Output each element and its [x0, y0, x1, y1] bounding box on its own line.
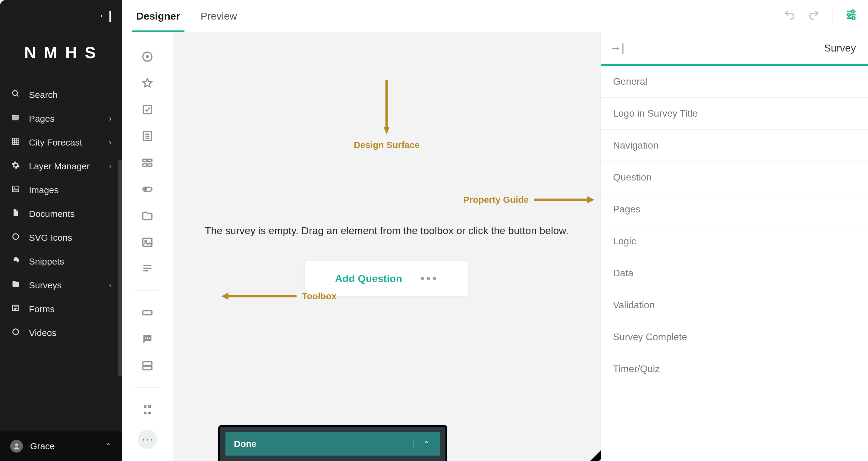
done-label: Done — [234, 439, 256, 449]
sidebar-scrollbar[interactable] — [118, 160, 122, 377]
toolbox-item-multipletext-icon[interactable] — [141, 359, 154, 372]
toolbox-item-html-icon[interactable] — [141, 262, 154, 275]
svg-rect-7 — [13, 186, 19, 192]
sidebar-item-documents[interactable]: Documents — [0, 202, 122, 226]
sidebar-item-videos[interactable]: Videos — [0, 321, 122, 345]
chevron-right-icon: › — [109, 280, 112, 290]
collapse-sidebar-icon[interactable]: ←| — [98, 9, 111, 22]
toolbox-item-panel-icon[interactable] — [141, 403, 154, 417]
toolbox-more-icon[interactable]: ⋯ — [138, 430, 157, 449]
property-section-label: Question — [613, 172, 652, 183]
user-name: Grace — [30, 441, 55, 451]
user-menu[interactable]: Grace ⌃ — [0, 431, 122, 461]
tab-preview[interactable]: Preview — [198, 0, 240, 32]
property-section-label: Pages — [613, 204, 641, 215]
annotation-design-surface: Design Surface — [354, 134, 420, 150]
add-question-card: Add Question ••• — [305, 261, 468, 296]
more-options-icon[interactable]: ••• — [420, 272, 438, 285]
tab-label: Preview — [201, 10, 237, 22]
svg-rect-40 — [143, 311, 152, 314]
property-section-general[interactable]: General — [601, 66, 868, 98]
property-section-survey-complete[interactable]: Survey Complete — [601, 321, 868, 353]
main-area: Designer Preview — [122, 0, 868, 461]
tab-designer[interactable]: Designer — [134, 0, 183, 32]
annotation-property-guide: Property Guide — [463, 195, 594, 205]
toolbox-item-checkbox-icon[interactable] — [141, 103, 154, 116]
property-section-timer-quiz[interactable]: Timer/Quiz — [601, 353, 868, 385]
arrow-right-icon — [534, 196, 594, 204]
annotation-toolbox: Toolbox — [221, 291, 336, 301]
svg-point-9 — [13, 234, 19, 240]
property-section-logo[interactable]: Logo in Survey Title — [601, 98, 868, 129]
done-bar: Done ⌃ — [218, 425, 447, 461]
svg-point-21 — [852, 17, 855, 19]
property-panel-title: Survey — [824, 42, 856, 54]
property-section-question[interactable]: Question — [601, 161, 868, 193]
settings-sliders-icon[interactable] — [844, 8, 858, 24]
toolbox-item-dropdown-icon[interactable] — [141, 129, 154, 143]
collapse-panel-icon[interactable]: →| — [610, 41, 624, 55]
svg-point-23 — [146, 55, 149, 58]
sidebar-item-label: Pages — [29, 114, 55, 124]
toolbox-item-comment-icon[interactable] — [141, 333, 154, 346]
sidebar-item-layer-manager[interactable]: Layer Manager › — [0, 154, 122, 178]
sidebar-item-surveys[interactable]: Surveys › — [0, 273, 122, 297]
sidebar-item-svg-icons[interactable]: SVG Icons — [0, 226, 122, 249]
sidebar-item-pages[interactable]: Pages › — [0, 107, 122, 130]
property-section-label: Data — [613, 268, 633, 279]
image-icon — [10, 185, 21, 195]
annotation-label: Property Guide — [463, 195, 529, 205]
sidebar-item-images[interactable]: Images — [0, 178, 122, 202]
svg-rect-32 — [148, 164, 152, 166]
sidebar-item-label: City Forecast — [29, 137, 82, 148]
arrow-down-icon — [384, 80, 390, 134]
file-icon — [10, 209, 21, 219]
svg-point-42 — [145, 337, 147, 339]
property-section-logic[interactable]: Logic — [601, 225, 868, 257]
sidebar-item-label: Layer Manager — [29, 161, 90, 172]
svg-marker-52 — [587, 196, 594, 204]
toolbox-item-file-icon[interactable] — [141, 209, 154, 222]
svg-point-17 — [851, 10, 854, 13]
svg-point-44 — [149, 337, 150, 339]
sidebar-item-forms[interactable]: Forms — [0, 297, 122, 321]
sidebar-item-label: Search — [29, 90, 58, 100]
circle-icon — [10, 328, 21, 338]
sidebar-item-city-forecast[interactable]: City Forecast › — [0, 130, 122, 154]
undo-icon[interactable] — [784, 9, 796, 24]
toolbox-item-boolean-icon[interactable] — [141, 183, 154, 196]
resize-corner-icon[interactable] — [590, 450, 601, 461]
property-section-pages[interactable]: Pages — [601, 193, 868, 225]
toolbox-item-image-icon[interactable] — [141, 236, 154, 249]
toolbox-item-input-icon[interactable] — [141, 306, 154, 319]
sidebar-item-snippets[interactable]: Snippets — [0, 249, 122, 273]
toolbox-item-radiogroup-icon[interactable] — [141, 50, 154, 63]
leaf-icon — [10, 256, 21, 267]
mode-tabs: Designer Preview — [122, 0, 239, 32]
add-question-button[interactable]: Add Question — [335, 273, 402, 284]
design-surface[interactable]: Design Surface The survey is empty. Drag… — [173, 32, 600, 461]
property-section-label: Navigation — [613, 140, 658, 151]
folder-icon — [10, 280, 21, 290]
svg-point-19 — [847, 13, 850, 16]
redo-icon[interactable] — [808, 9, 820, 24]
svg-rect-46 — [143, 366, 152, 370]
property-section-data[interactable]: Data — [601, 257, 868, 289]
chevron-up-icon[interactable]: ⌃ — [413, 440, 432, 448]
property-section-validation[interactable]: Validation — [601, 289, 868, 321]
toolbox-item-tagbox-icon[interactable] — [141, 156, 154, 169]
empty-survey-message: The survey is empty. Drag an element fro… — [173, 225, 600, 237]
svg-rect-29 — [143, 159, 147, 161]
toolbox-item-rating-icon[interactable] — [141, 76, 154, 90]
separator — [832, 7, 832, 24]
sidebar-item-label: Snippets — [29, 256, 64, 267]
svg-rect-45 — [143, 362, 152, 366]
annotation-label: Design Surface — [354, 140, 420, 150]
property-section-navigation[interactable]: Navigation — [601, 129, 868, 161]
done-button[interactable]: Done ⌃ — [225, 432, 440, 456]
app-logo: NMHS — [0, 22, 122, 83]
svg-point-14 — [13, 329, 19, 335]
sidebar-item-search[interactable]: Search — [0, 83, 122, 107]
svg-rect-30 — [148, 159, 152, 161]
app-sidebar: ←| NMHS Search Pages › City For — [0, 0, 122, 461]
